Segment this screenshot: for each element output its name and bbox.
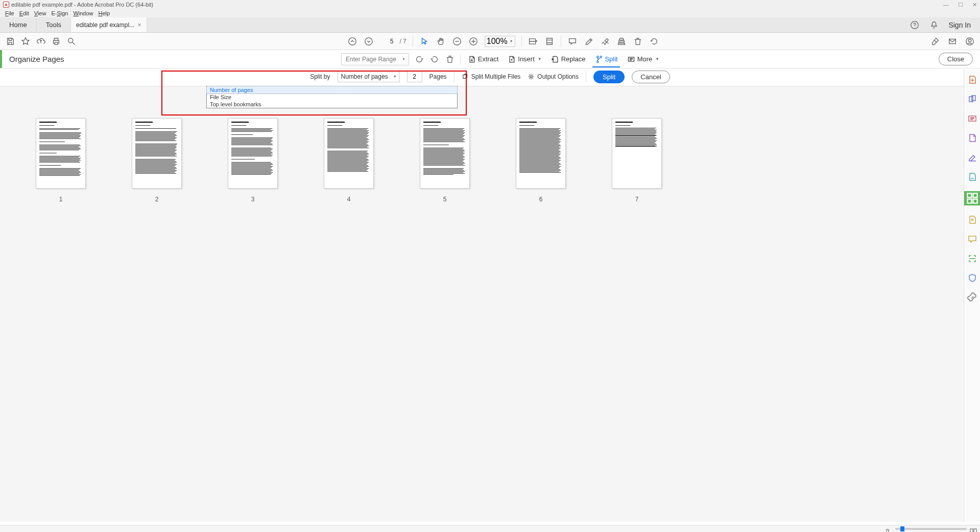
- tab-document-label: editable pdf exampl...: [76, 21, 134, 29]
- highlight-icon[interactable]: [584, 36, 594, 47]
- page-thumbnail[interactable]: 6: [516, 118, 566, 203]
- rotate-ccw-icon[interactable]: [414, 54, 424, 64]
- thumbnails-area: 1234567: [0, 86, 964, 522]
- right-tool-rail: [964, 70, 980, 522]
- svg-point-9: [968, 39, 971, 41]
- tab-document[interactable]: editable pdf exampl... ×: [71, 17, 147, 32]
- close-organize-button[interactable]: Close: [939, 53, 973, 65]
- page-thumbnail[interactable]: 5: [420, 118, 470, 203]
- menu-esign[interactable]: E-Sign: [49, 10, 70, 16]
- thumb-small-icon[interactable]: [885, 526, 892, 531]
- request-sign-icon[interactable]: [967, 172, 977, 182]
- page-up-icon[interactable]: [347, 36, 357, 47]
- page-range-select[interactable]: Enter Page Range: [341, 53, 409, 65]
- zoom-in-icon[interactable]: [468, 36, 479, 47]
- thumb-large-icon[interactable]: [970, 526, 977, 531]
- scan-icon[interactable]: [967, 253, 977, 264]
- output-options-button[interactable]: Output Options: [528, 73, 579, 80]
- edit-pdf-icon[interactable]: [967, 113, 977, 124]
- split-multiple-files-button[interactable]: Split Multiple Files: [462, 73, 521, 80]
- search-icon[interactable]: [66, 36, 77, 47]
- export-pdf-icon[interactable]: [967, 133, 977, 143]
- stamp-icon[interactable]: [616, 36, 627, 47]
- pointer-icon[interactable]: [419, 36, 429, 47]
- thumbnail-label: 4: [347, 196, 351, 203]
- svg-rect-15: [974, 529, 976, 533]
- pages-label: Pages: [429, 73, 447, 80]
- close-window-button[interactable]: ✕: [972, 2, 977, 8]
- split-count-input[interactable]: [407, 71, 422, 82]
- tab-tools[interactable]: Tools: [37, 17, 71, 32]
- mail-icon[interactable]: [947, 36, 958, 47]
- sign-in-link[interactable]: Sign In: [948, 21, 971, 29]
- svg-point-2: [349, 37, 356, 44]
- cancel-button[interactable]: Cancel: [632, 71, 670, 83]
- dropdown-option[interactable]: Number of pages: [206, 86, 458, 94]
- split-toolbar: Split by Number of pages Pages Split Mul…: [0, 68, 980, 85]
- app-icon: A: [3, 2, 9, 8]
- split-button[interactable]: Split: [592, 54, 619, 67]
- split-confirm-button[interactable]: Split: [593, 71, 625, 83]
- menu-window[interactable]: Window: [71, 10, 95, 16]
- save-icon[interactable]: [5, 36, 15, 47]
- print-icon[interactable]: [51, 36, 61, 47]
- svg-point-11: [530, 76, 532, 78]
- fit-width-icon[interactable]: ▼: [528, 36, 538, 47]
- page-down-icon[interactable]: [364, 36, 374, 47]
- organize-pages-icon[interactable]: [964, 191, 981, 205]
- delete-page-icon[interactable]: [445, 54, 455, 64]
- more-tools-icon[interactable]: [967, 292, 977, 303]
- menu-file[interactable]: File: [3, 10, 16, 16]
- tab-home[interactable]: Home: [0, 17, 37, 32]
- page-thumbnail[interactable]: 4: [324, 118, 374, 203]
- more-button[interactable]: More ▼: [625, 54, 662, 64]
- create-pdf-icon[interactable]: [967, 75, 977, 85]
- maximize-button[interactable]: ☐: [958, 2, 963, 8]
- split-method-select[interactable]: Number of pages: [338, 71, 400, 82]
- menu-bar: File Edit View E-Sign Window Help: [0, 9, 980, 17]
- replace-button[interactable]: Replace: [549, 54, 588, 64]
- insert-button[interactable]: Insert ▼: [506, 54, 543, 64]
- comment-icon[interactable]: [567, 36, 578, 47]
- page-thumbnail[interactable]: 1: [36, 118, 86, 203]
- bell-icon[interactable]: [929, 20, 939, 30]
- rotate-icon[interactable]: [649, 36, 659, 47]
- compress-icon[interactable]: [967, 215, 977, 225]
- page-thumbnail[interactable]: 3: [228, 118, 278, 203]
- rotate-cw-icon[interactable]: [429, 54, 440, 64]
- page-number-input[interactable]: [380, 38, 393, 45]
- organize-toolbar: Organize Pages Enter Page Range Extract …: [0, 50, 980, 68]
- menu-help[interactable]: Help: [97, 10, 112, 16]
- menu-edit[interactable]: Edit: [17, 10, 31, 16]
- page-total-label: / 7: [399, 38, 406, 45]
- tab-close-icon[interactable]: ×: [137, 21, 141, 29]
- hand-icon[interactable]: [436, 36, 446, 47]
- extract-button[interactable]: Extract: [466, 54, 500, 64]
- protect-icon[interactable]: [967, 273, 977, 283]
- cloud-upload-icon[interactable]: [36, 36, 46, 47]
- split-method-dropdown[interactable]: Number of pages File Size Top level book…: [206, 86, 458, 108]
- help-icon[interactable]: [910, 20, 920, 30]
- dropdown-option[interactable]: File Size: [207, 94, 457, 101]
- star-icon[interactable]: [20, 36, 31, 47]
- page-thumbnail[interactable]: 2: [132, 118, 182, 203]
- zoom-out-icon[interactable]: [452, 36, 462, 47]
- dropdown-option[interactable]: Top level bookmarks: [207, 101, 457, 108]
- menu-view[interactable]: View: [32, 10, 49, 16]
- zoom-slider[interactable]: [895, 528, 967, 530]
- thumbnail-label: 1: [59, 196, 63, 203]
- minimize-button[interactable]: —: [943, 2, 949, 8]
- svg-point-3: [365, 37, 372, 44]
- thumbnail-label: 3: [251, 196, 255, 203]
- page-thumbnail[interactable]: 7: [612, 118, 662, 203]
- comment-tool-icon[interactable]: [967, 234, 977, 244]
- combine-icon[interactable]: [967, 94, 977, 104]
- fit-page-icon[interactable]: [544, 36, 555, 47]
- account-icon[interactable]: [965, 36, 975, 47]
- eraser-icon[interactable]: [930, 36, 940, 47]
- zoom-select[interactable]: 100%: [485, 36, 515, 47]
- sign-icon[interactable]: [600, 36, 610, 47]
- fill-sign-icon[interactable]: [967, 152, 977, 163]
- main-toolbar: / 7 100% ▼: [0, 33, 980, 50]
- delete-icon[interactable]: [633, 36, 643, 47]
